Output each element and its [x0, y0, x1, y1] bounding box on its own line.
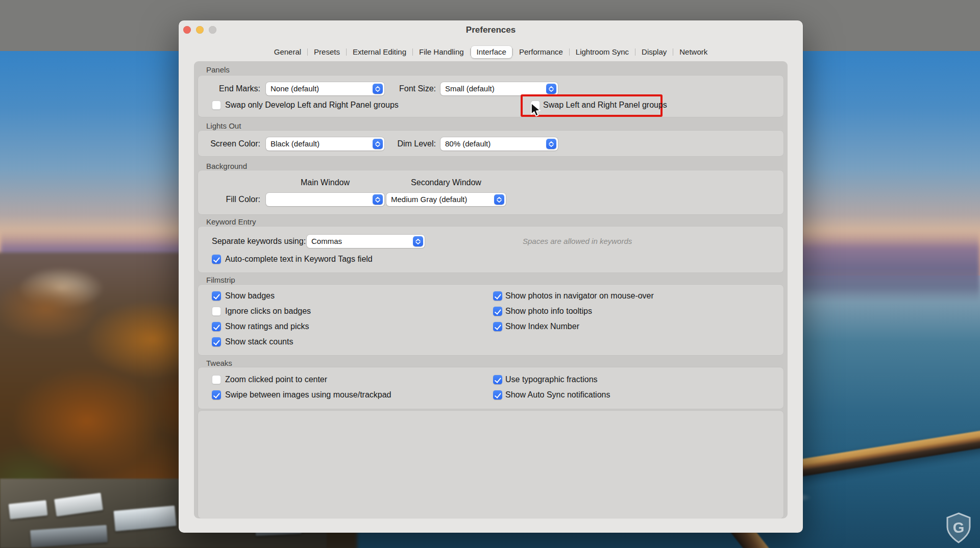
tab-divider — [346, 48, 347, 56]
dim-level-label: Dim Level: — [375, 138, 436, 150]
swap-panel-groups-label: Swap Left and Right Panel groups — [543, 99, 667, 111]
show-badges-label: Show badges — [225, 290, 275, 302]
filmstrip-group: Show badges Ignore clicks on badges Show… — [198, 285, 783, 355]
show-ratings-picks-label: Show ratings and picks — [225, 321, 309, 332]
swap-develop-panels-checkbox[interactable] — [212, 101, 221, 110]
fill-color-secondary-select[interactable]: Medium Gray (default) — [386, 193, 506, 206]
section-label-keyword-entry: Keyword Entry — [206, 216, 256, 228]
zoom-clicked-point-label: Zoom clicked point to center — [225, 374, 327, 385]
tab-divider — [412, 48, 413, 56]
separate-keywords-select[interactable]: Commas — [307, 235, 425, 248]
window-title: Preferences — [179, 24, 803, 36]
swap-develop-panels-label: Swap only Develop Left and Right Panel g… — [225, 99, 399, 111]
show-badges-checkbox[interactable] — [212, 291, 221, 301]
keywords-spaces-note: Spaces are allowed in keywords — [523, 236, 632, 247]
auto-sync-notifications-checkbox[interactable] — [493, 390, 502, 400]
fill-color-label: Fill Color: — [208, 194, 260, 205]
font-size-label: Font Size: — [375, 83, 436, 94]
stepper-icon — [413, 236, 423, 246]
preferences-tab-bar: General Presets External Editing File Ha… — [179, 46, 803, 58]
show-photo-tooltips-label: Show photo info tooltips — [505, 306, 592, 317]
show-stack-counts-checkbox[interactable] — [212, 337, 221, 346]
typographic-fractions-checkbox[interactable] — [493, 375, 502, 384]
tab-divider — [569, 48, 570, 56]
stepper-icon — [373, 194, 383, 205]
zoom-clicked-point-checkbox[interactable] — [212, 375, 221, 384]
interface-tab-content: Panels End Marks: None (default) Font Si… — [194, 61, 788, 518]
tab-divider — [635, 48, 635, 56]
autocomplete-keyword-checkbox[interactable] — [212, 255, 221, 264]
tab-general[interactable]: General — [268, 46, 307, 58]
background-group: Main Window Secondary Window Fill Color:… — [198, 170, 783, 214]
preferences-window: Preferences General Presets External Edi… — [179, 20, 803, 533]
keyword-entry-group: Separate keywords using: Commas Spaces a… — [198, 227, 783, 272]
autocomplete-keyword-label: Auto-complete text in Keyword Tags field — [225, 254, 373, 265]
lights-out-group: Screen Color: Black (default) Dim Level:… — [198, 131, 783, 156]
font-size-value: Small (default) — [445, 84, 495, 93]
tab-display[interactable]: Display — [636, 46, 672, 58]
empty-bottom-panel — [198, 411, 783, 518]
dim-level-select[interactable]: 80% (default) — [440, 137, 558, 151]
tab-external-editing[interactable]: External Editing — [347, 46, 412, 58]
main-window-header: Main Window — [266, 177, 384, 188]
swipe-between-images-checkbox[interactable] — [212, 390, 221, 400]
tab-lightroom-sync[interactable]: Lightroom Sync — [570, 46, 634, 58]
stepper-icon — [494, 194, 504, 205]
screen-color-label: Screen Color: — [202, 138, 260, 150]
tab-interface[interactable]: Interface — [471, 46, 512, 58]
section-label-lights-out: Lights Out — [206, 120, 241, 132]
fill-color-secondary-value: Medium Gray (default) — [391, 195, 467, 204]
font-size-select[interactable]: Small (default) — [440, 82, 558, 95]
desktop: G Preferences General Presets External E… — [0, 0, 980, 548]
tab-divider — [307, 48, 308, 56]
screen-color-value: Black (default) — [271, 139, 320, 148]
section-label-panels: Panels — [206, 64, 230, 76]
end-marks-value: None (default) — [271, 84, 319, 93]
ignore-clicks-badges-label: Ignore clicks on badges — [225, 306, 311, 317]
fill-color-main-select[interactable] — [266, 193, 384, 206]
show-photos-navigator-checkbox[interactable] — [493, 291, 502, 301]
end-marks-select[interactable]: None (default) — [266, 82, 384, 95]
secondary-window-header: Secondary Window — [386, 177, 506, 188]
stepper-icon — [546, 139, 556, 149]
tweaks-group: Zoom clicked point to center Swipe betwe… — [198, 367, 783, 409]
tab-network[interactable]: Network — [674, 46, 713, 58]
tab-divider — [512, 48, 513, 56]
watermark-letter: G — [953, 519, 965, 536]
panels-group: End Marks: None (default) Font Size: Sma… — [198, 76, 783, 117]
show-stack-counts-label: Show stack counts — [225, 336, 293, 347]
stepper-icon — [546, 84, 556, 94]
show-index-number-label: Show Index Number — [505, 321, 579, 332]
tab-performance[interactable]: Performance — [513, 46, 569, 58]
ignore-clicks-badges-checkbox[interactable] — [212, 307, 221, 316]
show-ratings-picks-checkbox[interactable] — [212, 322, 221, 331]
screen-color-select[interactable]: Black (default) — [266, 137, 384, 151]
auto-sync-notifications-label: Show Auto Sync notifications — [505, 389, 610, 401]
shield-watermark-icon: G — [946, 512, 971, 546]
tab-divider — [673, 48, 673, 56]
show-index-number-checkbox[interactable] — [493, 322, 502, 331]
separate-keywords-value: Commas — [311, 237, 342, 245]
separate-keywords-label: Separate keywords using: — [212, 236, 306, 247]
dim-level-value: 80% (default) — [445, 139, 491, 148]
tab-file-handling[interactable]: File Handling — [413, 46, 470, 58]
section-label-filmstrip: Filmstrip — [206, 275, 235, 286]
swipe-between-images-label: Swipe between images using mouse/trackpa… — [225, 389, 391, 401]
mouse-cursor — [529, 102, 542, 119]
end-marks-label: End Marks: — [208, 83, 260, 94]
typographic-fractions-label: Use typographic fractions — [505, 374, 598, 385]
show-photos-navigator-label: Show photos in navigator on mouse-over — [505, 290, 654, 302]
tab-divider — [470, 48, 471, 56]
tab-presets[interactable]: Presets — [308, 46, 346, 58]
show-photo-tooltips-checkbox[interactable] — [493, 307, 502, 316]
